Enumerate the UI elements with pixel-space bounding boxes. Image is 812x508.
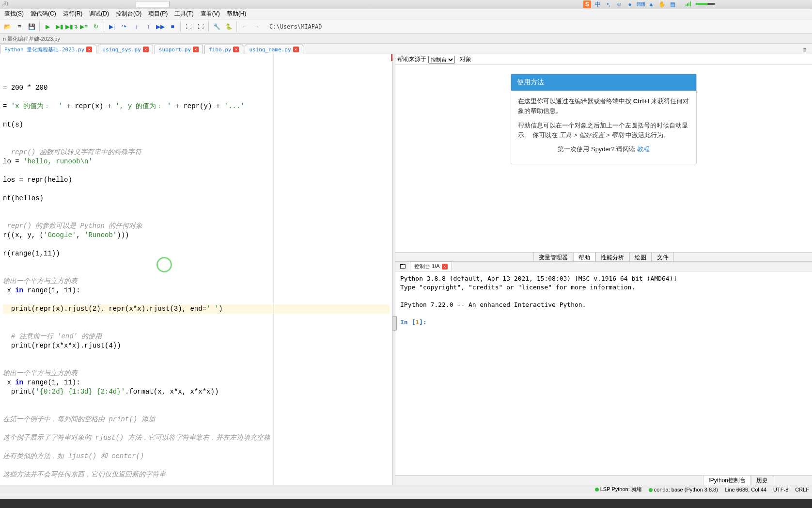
sogou-icon[interactable]: S <box>583 0 591 8</box>
system-tray: S 中 •, ☺ ● ⌨ ▲ ✋ ▦ <box>583 0 676 8</box>
menu-help[interactable]: 帮助(H) <box>223 8 250 19</box>
tab-fibo[interactable]: fibo.py× <box>204 45 243 54</box>
status-eol: CRLF <box>795 487 809 492</box>
help-content-area: 使用方法 在这里你可以通过在编辑器或者终端中按 Ctrl+I 来获得任何对象的帮… <box>395 65 812 252</box>
close-icon[interactable]: × <box>233 47 239 52</box>
tab-help[interactable]: 帮助 <box>573 253 595 261</box>
menu-tools[interactable]: 工具(T) <box>171 8 197 19</box>
menu-run[interactable]: 运行(R) <box>60 8 86 19</box>
tab-using-name[interactable]: using_name.py× <box>245 45 303 54</box>
stop-icon[interactable]: ■ <box>167 21 178 32</box>
splitter-handle[interactable] <box>392 316 397 331</box>
smiley-icon[interactable]: ☺ <box>615 0 623 8</box>
side-panel-tabs: 变量管理器 帮助 性能分析 绘图 文件 <box>395 252 812 262</box>
tab-plots[interactable]: 绘图 <box>629 253 652 261</box>
status-encoding: UTF-8 <box>773 487 788 492</box>
fullscreen-icon[interactable]: ⛶ <box>195 21 206 32</box>
maximize-pane-icon[interactable]: ⛶ <box>183 21 194 32</box>
titlebar-input[interactable] <box>136 1 170 7</box>
tab-history[interactable]: 历史 <box>751 476 773 485</box>
tab-files[interactable]: 文件 <box>652 253 674 261</box>
led-icon <box>595 488 599 492</box>
tutorial-link[interactable]: 教程 <box>637 145 650 153</box>
run-cell-advance-icon[interactable]: ▶▮↴ <box>66 21 77 32</box>
python-path-icon[interactable]: 🐍 <box>223 21 234 32</box>
cursor-highlight-ring <box>156 257 172 272</box>
rerun-icon[interactable]: ↻ <box>91 21 101 32</box>
keyboard-icon[interactable]: ⌨ <box>637 0 644 8</box>
close-icon[interactable]: × <box>293 47 299 52</box>
debug-icon[interactable]: ▶| <box>107 21 117 32</box>
main-toolbar: 📂 ≡ 💾 ▶ ▶▮ ▶▮↴ ▶≡ ↻ ▶| ↷ ↓ ↑ ▶▶ ■ ⛶ ⛶ 🔧 … <box>0 19 812 34</box>
titlebar-text: .8) <box>2 0 8 6</box>
volume-icon[interactable] <box>696 3 715 5</box>
column-ruler <box>273 54 274 485</box>
editor-pane: = 200 * 200 = 'x 的值为： ' + repr(x) + ', y… <box>0 54 392 485</box>
status-bar: LSP Python: 就绪 conda: base (Python 3.8.8… <box>0 485 812 493</box>
run-icon[interactable]: ▶ <box>42 21 53 32</box>
ipython-console[interactable]: Python 3.8.8 (default, Apr 13 2021, 15:0… <box>395 271 812 475</box>
console-bottom-tabs: IPython控制台 历史 <box>395 475 812 485</box>
close-icon[interactable]: × <box>442 264 448 270</box>
nav-forward-icon[interactable]: → <box>251 21 262 32</box>
help-intro-card: 使用方法 在这里你可以通过在编辑器或者终端中按 Ctrl+I 来获得任何对象的帮… <box>511 74 697 164</box>
led-icon <box>649 488 653 492</box>
console-tab-1a[interactable]: 控制台 1/A× <box>410 261 452 271</box>
close-icon[interactable]: × <box>193 47 199 52</box>
editor-tabs: Python 量化编程基础-2023.py× using_sys.py× sup… <box>0 44 812 54</box>
continue-icon[interactable]: ▶▶ <box>155 21 166 32</box>
tab-main-file[interactable]: Python 量化编程基础-2023.py× <box>0 45 96 54</box>
code-editor[interactable]: = 200 * 200 = 'x 的值为： ' + repr(x) + ', y… <box>0 54 392 485</box>
mic-icon[interactable]: ● <box>626 0 634 8</box>
save-icon[interactable]: 💾 <box>26 21 37 32</box>
run-cell-icon[interactable]: ▶▮ <box>54 21 65 32</box>
window-titlebar: .8) S 中 •, ☺ ● ⌨ ▲ ✋ ▦ <box>0 0 812 9</box>
preferences-icon[interactable]: 🔧 <box>211 21 222 32</box>
step-into-icon[interactable]: ↓ <box>131 21 141 32</box>
ime-lang-icon[interactable]: 中 <box>594 0 602 8</box>
step-over-icon[interactable]: ↷ <box>119 21 129 32</box>
help-object-label: 对象 <box>460 55 471 64</box>
run-selection-icon[interactable]: ▶≡ <box>78 21 89 32</box>
console-menu-icon[interactable]: 🗔 <box>397 261 408 272</box>
breadcrumb: n 量化编程基础-2023.py <box>0 34 812 44</box>
console-tabs: 🗔 控制台 1/A× <box>395 262 812 271</box>
working-dir-path[interactable]: C:\Users\MIAPAD <box>269 23 322 30</box>
step-out-icon[interactable]: ↑ <box>143 21 154 32</box>
help-toolbar: 帮助来源于 控制台 对象 <box>395 54 812 65</box>
help-source-select[interactable]: 控制台 <box>428 56 455 64</box>
menu-debug[interactable]: 调试(D) <box>86 8 112 19</box>
tab-ipython-console[interactable]: IPython控制台 <box>703 476 751 485</box>
close-icon[interactable]: × <box>86 47 92 52</box>
tab-profiler[interactable]: 性能分析 <box>595 253 629 261</box>
nav-back-icon[interactable]: ← <box>239 21 250 32</box>
tab-variable-explorer[interactable]: 变量管理器 <box>533 253 573 261</box>
close-icon[interactable]: × <box>143 47 149 52</box>
tray-dots-icon[interactable]: •, <box>605 0 612 8</box>
tab-support[interactable]: support.py× <box>155 45 203 54</box>
menu-grid-icon[interactable]: ≡ <box>14 21 25 32</box>
person-icon[interactable]: ▲ <box>647 0 655 8</box>
side-panel: 帮助来源于 控制台 对象 使用方法 在这里你可以通过在编辑器或者终端中按 Ctr… <box>395 54 812 485</box>
open-icon[interactable]: 📂 <box>2 21 13 32</box>
main-area: = 200 * 200 = 'x 的值为： ' + repr(x) + ', y… <box>0 54 812 485</box>
menu-view[interactable]: 查看(V) <box>197 8 223 19</box>
status-cursor-pos: Line 6686, Col 44 <box>725 487 766 492</box>
os-taskbar[interactable] <box>0 499 812 508</box>
hand-icon[interactable]: ✋ <box>658 0 666 8</box>
status-lsp: LSP Python: 就绪 <box>595 486 642 493</box>
menu-projects[interactable]: 项目(P) <box>145 8 171 19</box>
tab-menu-icon[interactable]: ≡ <box>799 45 810 55</box>
menu-find[interactable]: 查找(S) <box>1 8 27 19</box>
tab-using-sys[interactable]: using_sys.py× <box>98 45 153 54</box>
help-card-title: 使用方法 <box>511 74 696 91</box>
menu-console[interactable]: 控制台(O) <box>112 8 145 19</box>
menu-bar: 查找(S) 源代码(C) 运行(R) 调试(D) 控制台(O) 项目(P) 工具… <box>0 9 812 19</box>
help-source-label: 帮助来源于 <box>397 55 426 64</box>
status-conda[interactable]: conda: base (Python 3.8.8) <box>649 487 718 492</box>
grid-icon[interactable]: ▦ <box>669 0 676 8</box>
menu-source[interactable]: 源代码(C) <box>27 8 60 19</box>
signal-icon <box>686 1 691 6</box>
